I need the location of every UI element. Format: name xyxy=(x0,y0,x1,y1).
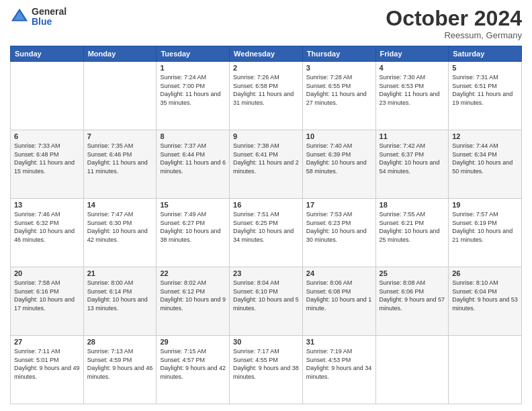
day-number: 13 xyxy=(14,201,80,209)
day-info: Sunrise: 7:24 AMSunset: 7:00 PMDaylight:… xyxy=(160,73,226,107)
table-cell: 18 Sunrise: 7:55 AMSunset: 6:21 PMDaylig… xyxy=(375,199,449,267)
calendar-table: Sunday Monday Tuesday Wednesday Thursday… xyxy=(10,46,522,404)
day-info: Sunrise: 7:26 AMSunset: 6:58 PMDaylight:… xyxy=(233,73,299,107)
day-number: 14 xyxy=(87,201,153,209)
header: General Blue October 2024 Reessum, Germa… xyxy=(10,7,522,40)
day-info: Sunrise: 7:33 AMSunset: 6:48 PMDaylight:… xyxy=(14,142,80,175)
day-info: Sunrise: 7:17 AMSunset: 4:55 PMDaylight:… xyxy=(233,347,299,381)
day-number: 24 xyxy=(306,269,372,277)
table-cell: 26 Sunrise: 8:10 AMSunset: 6:04 PMDaylig… xyxy=(449,267,522,336)
logo-general: General xyxy=(32,7,66,17)
day-number: 25 xyxy=(380,269,445,277)
table-cell: 17 Sunrise: 7:53 AMSunset: 6:23 PMDaylig… xyxy=(302,199,375,267)
week-row-4: 20 Sunrise: 7:58 AMSunset: 6:16 PMDaylig… xyxy=(11,267,522,336)
day-info: Sunrise: 7:37 AMSunset: 6:44 PMDaylight:… xyxy=(160,142,226,175)
day-info: Sunrise: 7:40 AMSunset: 6:39 PMDaylight:… xyxy=(306,142,372,175)
location: Reessum, Germany xyxy=(386,30,522,40)
day-info: Sunrise: 7:28 AMSunset: 6:55 PMDaylight:… xyxy=(306,73,372,107)
day-info: Sunrise: 8:04 AMSunset: 6:10 PMDaylight:… xyxy=(233,279,299,312)
day-info: Sunrise: 7:30 AMSunset: 6:53 PMDaylight:… xyxy=(380,73,445,107)
day-info: Sunrise: 7:55 AMSunset: 6:21 PMDaylight:… xyxy=(380,210,445,244)
day-info: Sunrise: 7:35 AMSunset: 6:46 PMDaylight:… xyxy=(87,142,153,175)
table-cell xyxy=(83,62,157,130)
day-number: 12 xyxy=(452,132,518,140)
day-number: 20 xyxy=(14,269,80,277)
header-friday: Friday xyxy=(375,46,449,62)
day-number: 16 xyxy=(233,201,299,209)
day-number: 4 xyxy=(380,64,445,72)
day-info: Sunrise: 8:00 AMSunset: 6:14 PMDaylight:… xyxy=(87,279,153,312)
table-cell: 12 Sunrise: 7:44 AMSunset: 6:34 PMDaylig… xyxy=(449,130,522,199)
table-cell xyxy=(375,336,449,404)
day-number: 28 xyxy=(87,338,153,346)
day-number: 23 xyxy=(233,269,299,277)
month-title: October 2024 xyxy=(386,7,522,30)
day-number: 11 xyxy=(380,132,445,140)
day-number: 5 xyxy=(452,64,518,72)
table-cell: 19 Sunrise: 7:57 AMSunset: 6:19 PMDaylig… xyxy=(449,199,522,267)
table-cell: 22 Sunrise: 8:02 AMSunset: 6:12 PMDaylig… xyxy=(157,267,230,336)
day-number: 18 xyxy=(380,201,445,209)
day-number: 2 xyxy=(233,64,299,72)
table-cell: 8 Sunrise: 7:37 AMSunset: 6:44 PMDayligh… xyxy=(157,130,230,199)
day-info: Sunrise: 7:58 AMSunset: 6:16 PMDaylight:… xyxy=(14,279,80,312)
day-info: Sunrise: 7:13 AMSunset: 4:59 PMDaylight:… xyxy=(87,347,153,381)
table-cell: 6 Sunrise: 7:33 AMSunset: 6:48 PMDayligh… xyxy=(11,130,84,199)
table-cell: 7 Sunrise: 7:35 AMSunset: 6:46 PMDayligh… xyxy=(83,130,157,199)
day-info: Sunrise: 7:44 AMSunset: 6:34 PMDaylight:… xyxy=(452,142,518,175)
week-row-3: 13 Sunrise: 7:46 AMSunset: 6:32 PMDaylig… xyxy=(11,199,522,267)
table-cell: 28 Sunrise: 7:13 AMSunset: 4:59 PMDaylig… xyxy=(83,336,157,404)
day-info: Sunrise: 7:51 AMSunset: 6:25 PMDaylight:… xyxy=(233,210,299,244)
logo: General Blue xyxy=(10,7,66,28)
day-number: 19 xyxy=(452,201,518,209)
day-info: Sunrise: 8:06 AMSunset: 6:08 PMDaylight:… xyxy=(306,279,372,312)
logo-text: General Blue xyxy=(32,7,66,28)
header-tuesday: Tuesday xyxy=(157,46,230,62)
day-number: 8 xyxy=(160,132,226,140)
day-info: Sunrise: 7:11 AMSunset: 5:01 PMDaylight:… xyxy=(14,347,80,381)
day-header-row: Sunday Monday Tuesday Wednesday Thursday… xyxy=(11,46,522,62)
day-info: Sunrise: 7:53 AMSunset: 6:23 PMDaylight:… xyxy=(306,210,372,244)
day-info: Sunrise: 8:08 AMSunset: 6:06 PMDaylight:… xyxy=(380,279,445,312)
table-cell: 25 Sunrise: 8:08 AMSunset: 6:06 PMDaylig… xyxy=(375,267,449,336)
day-number: 26 xyxy=(452,269,518,277)
table-cell: 15 Sunrise: 7:49 AMSunset: 6:27 PMDaylig… xyxy=(157,199,230,267)
table-cell: 13 Sunrise: 7:46 AMSunset: 6:32 PMDaylig… xyxy=(11,199,84,267)
header-wednesday: Wednesday xyxy=(230,46,303,62)
day-number: 17 xyxy=(306,201,372,209)
table-cell: 27 Sunrise: 7:11 AMSunset: 5:01 PMDaylig… xyxy=(11,336,84,404)
table-cell: 31 Sunrise: 7:19 AMSunset: 4:53 PMDaylig… xyxy=(302,336,375,404)
table-cell: 5 Sunrise: 7:31 AMSunset: 6:51 PMDayligh… xyxy=(449,62,522,130)
logo-icon xyxy=(10,7,29,26)
header-saturday: Saturday xyxy=(449,46,522,62)
week-row-1: 1 Sunrise: 7:24 AMSunset: 7:00 PMDayligh… xyxy=(11,62,522,130)
day-info: Sunrise: 7:47 AMSunset: 6:30 PMDaylight:… xyxy=(87,210,153,244)
table-cell: 1 Sunrise: 7:24 AMSunset: 7:00 PMDayligh… xyxy=(157,62,230,130)
week-row-5: 27 Sunrise: 7:11 AMSunset: 5:01 PMDaylig… xyxy=(11,336,522,404)
day-info: Sunrise: 8:02 AMSunset: 6:12 PMDaylight:… xyxy=(160,279,226,312)
table-cell: 4 Sunrise: 7:30 AMSunset: 6:53 PMDayligh… xyxy=(375,62,449,130)
table-cell: 10 Sunrise: 7:40 AMSunset: 6:39 PMDaylig… xyxy=(302,130,375,199)
table-cell: 16 Sunrise: 7:51 AMSunset: 6:25 PMDaylig… xyxy=(230,199,303,267)
logo-blue: Blue xyxy=(32,17,66,27)
day-number: 29 xyxy=(160,338,226,346)
header-sunday: Sunday xyxy=(11,46,84,62)
table-cell: 30 Sunrise: 7:17 AMSunset: 4:55 PMDaylig… xyxy=(230,336,303,404)
day-number: 15 xyxy=(160,201,226,209)
day-number: 6 xyxy=(14,132,80,140)
day-number: 30 xyxy=(233,338,299,346)
day-info: Sunrise: 7:49 AMSunset: 6:27 PMDaylight:… xyxy=(160,210,226,244)
page: General Blue October 2024 Reessum, Germa… xyxy=(0,0,532,411)
day-number: 31 xyxy=(306,338,372,346)
day-number: 21 xyxy=(87,269,153,277)
day-info: Sunrise: 7:19 AMSunset: 4:53 PMDaylight:… xyxy=(306,347,372,381)
day-info: Sunrise: 7:15 AMSunset: 4:57 PMDaylight:… xyxy=(160,347,226,381)
table-cell: 11 Sunrise: 7:42 AMSunset: 6:37 PMDaylig… xyxy=(375,130,449,199)
table-cell xyxy=(449,336,522,404)
day-info: Sunrise: 7:38 AMSunset: 6:41 PMDaylight:… xyxy=(233,142,299,175)
table-cell: 9 Sunrise: 7:38 AMSunset: 6:41 PMDayligh… xyxy=(230,130,303,199)
day-number: 10 xyxy=(306,132,372,140)
day-number: 22 xyxy=(160,269,226,277)
table-cell: 23 Sunrise: 8:04 AMSunset: 6:10 PMDaylig… xyxy=(230,267,303,336)
table-cell: 29 Sunrise: 7:15 AMSunset: 4:57 PMDaylig… xyxy=(157,336,230,404)
